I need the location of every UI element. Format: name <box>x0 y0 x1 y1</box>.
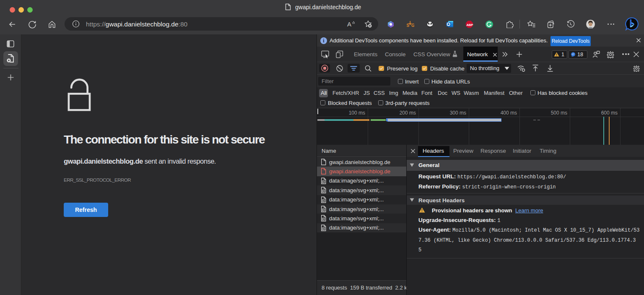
svg-text:A: A <box>347 21 351 28</box>
svg-text:ABP: ABP <box>466 23 473 26</box>
svg-text:G: G <box>411 23 414 28</box>
